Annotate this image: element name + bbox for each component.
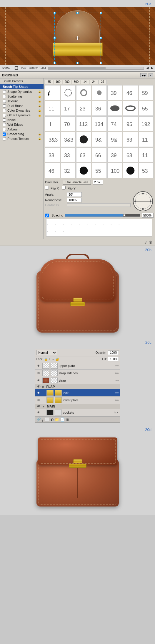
handle-tr[interactable] (100, 12, 102, 14)
link-icon-upper-plate[interactable]: ∞∞ (115, 364, 119, 367)
spacing-checkbox[interactable] (45, 214, 49, 217)
spacing-value-input[interactable] (142, 213, 154, 218)
new-layer-icon[interactable]: ↙ (144, 240, 148, 245)
fill-input[interactable] (108, 357, 119, 361)
size-btn-100[interactable]: 100 (54, 80, 62, 84)
adjustment-icon[interactable]: ◐ (51, 417, 54, 422)
flip-y-label[interactable]: Flip Y (62, 186, 76, 190)
handle-bl[interactable] (54, 62, 56, 64)
eye-icon-lower-plate[interactable]: 👁 (36, 398, 41, 402)
brush-cell-2[interactable] (61, 85, 76, 100)
layer-row-pockets[interactable]: 👁 I pockets fx ▾ (35, 409, 120, 416)
compass-circle[interactable] (133, 191, 153, 211)
brush-cell-9[interactable]: 17 (61, 101, 76, 116)
option-protect-texture[interactable]: Protect Texture 🔒 (0, 136, 44, 141)
handle-br[interactable] (100, 62, 102, 64)
brush-cell-42[interactable]: 53 (139, 163, 154, 178)
link-layers-icon[interactable]: 🔗 (36, 417, 41, 422)
brush-cell-17[interactable]: 112 (76, 116, 91, 131)
layer-row-lock[interactable]: 👁 lock ∞∞ (35, 389, 120, 397)
add-mask-icon[interactable]: ⬜ (45, 417, 49, 422)
brush-cell-36[interactable]: 46 (45, 163, 60, 178)
brush-cell-21[interactable]: 192 (139, 116, 154, 131)
link-icon-lock[interactable]: ∞∞ (115, 391, 119, 394)
layer-style-icon[interactable]: ƒ (42, 417, 44, 422)
brush-cell-32[interactable]: 66 (92, 147, 107, 162)
eye-icon-flap[interactable]: 👁 (36, 385, 41, 388)
brush-cell-40[interactable]: 100 (107, 163, 122, 178)
folder-icon[interactable]: 📁 (55, 417, 59, 422)
layer-row-upper-plate[interactable]: 👁 upper plate ∞∞ (35, 362, 120, 370)
brush-cell-8[interactable]: 11 (45, 101, 60, 116)
size-btn-27[interactable]: 27 (99, 80, 107, 84)
size-btn-24[interactable]: 24 (90, 80, 98, 84)
brush-cell-35[interactable]: 11 (139, 147, 154, 162)
panel-close-btn[interactable]: × (149, 73, 153, 77)
spacing-track[interactable] (65, 214, 140, 217)
trash-icon[interactable]: 🗑 (149, 240, 153, 245)
checkbox-texture[interactable] (3, 100, 6, 103)
eye-icon-lock[interactable]: 👁 (36, 391, 41, 395)
brush-cell-13[interactable] (123, 101, 138, 116)
brush-cell-3[interactable] (76, 85, 91, 100)
flip-x-label[interactable]: Flip X (45, 186, 59, 190)
size-btn-14[interactable]: 14 (81, 80, 89, 84)
brush-cell-28[interactable]: 11 (139, 132, 154, 147)
brush-cell-34[interactable]: 63 (123, 147, 138, 162)
checkbox-noise[interactable] (3, 118, 6, 122)
link-icon-lower-plate[interactable]: ∞∞ (115, 399, 119, 402)
panel-menu-btn[interactable]: ▶▶ (140, 73, 147, 77)
brush-cell-31[interactable]: 63 (76, 147, 91, 162)
layer-row-lower-plate[interactable]: 👁 lower plate ∞∞ (35, 397, 120, 404)
lock-icon-4[interactable]: 🔐 (56, 358, 59, 361)
brush-cell-38[interactable] (76, 163, 91, 178)
brush-cell-6[interactable]: 46 (123, 85, 138, 100)
brush-cell-39[interactable]: 55 (92, 163, 107, 178)
option-shape-dynamics[interactable]: Shape Dynamics 🔒 (0, 89, 44, 94)
brush-cell-23[interactable]: 3&3 (61, 132, 76, 147)
layer-row-main[interactable]: 👁 ▼ MAIN (35, 404, 120, 409)
checkbox-scattering[interactable] (3, 95, 6, 98)
handle-bm[interactable] (76, 62, 79, 64)
layer-row-strap[interactable]: 👁 strap ∞∞ (35, 377, 120, 384)
handle-ml[interactable] (54, 37, 56, 39)
size-btn-300[interactable]: 300 (72, 80, 80, 84)
brush-cell-24[interactable] (76, 132, 91, 147)
eye-icon-strap[interactable]: 👁 (36, 379, 41, 382)
option-smoothing[interactable]: Smoothing 🔒 (0, 132, 44, 136)
brush-cell-16[interactable]: 70 (61, 116, 76, 131)
lock-icon-1[interactable]: 🔒 (44, 358, 48, 361)
opacity-input[interactable] (108, 350, 119, 355)
eye-icon-main[interactable]: 👁 (36, 405, 41, 408)
brush-cell-27[interactable]: 63 (123, 132, 138, 147)
checkbox-smoothing[interactable] (3, 133, 6, 136)
spacing-thumb[interactable] (123, 214, 126, 217)
brush-cell-4[interactable] (92, 85, 107, 100)
option-scattering[interactable]: Scattering 🔒 (0, 94, 44, 99)
option-other-dynamics[interactable]: Other Dynamics 🔒 (0, 113, 44, 118)
checkbox-shape-dynamics[interactable] (3, 90, 6, 93)
scroll-arrow-left[interactable]: ◀ (146, 66, 149, 70)
hardness-track[interactable] (67, 203, 131, 207)
brush-cell-7[interactable]: 59 (139, 85, 154, 100)
option-wet-edges[interactable]: Wet Edges (0, 122, 44, 127)
option-color-dynamics[interactable]: Color Dynamics 🔒 (0, 108, 44, 113)
handle-tm[interactable] (76, 12, 79, 14)
lock-icon-3[interactable]: ↔ (52, 358, 55, 361)
brush-tip-shape-label[interactable]: Brush Tip Shape (0, 84, 44, 89)
checkbox-other-dynamics[interactable] (3, 114, 6, 117)
brush-cell-19[interactable]: 74 (107, 116, 122, 131)
checkbox-airbrush[interactable] (3, 128, 6, 131)
layers-mode-select[interactable]: Normal (36, 350, 57, 355)
brush-cell-11[interactable]: 36 (92, 101, 107, 116)
brush-cell-18[interactable]: 134 (92, 116, 107, 131)
sample-size-button[interactable]: Use Sample Size (63, 180, 91, 185)
brush-cell-29[interactable]: 33 (45, 147, 60, 162)
roundness-input[interactable] (67, 198, 82, 202)
brush-cell-15[interactable]: + (45, 116, 60, 131)
delete-layer-icon[interactable]: 🗑 (66, 417, 69, 422)
scroll-arrow-right[interactable]: ▶ (151, 66, 153, 70)
checkbox-color-dynamics[interactable] (3, 109, 6, 112)
handle-tl[interactable] (54, 12, 56, 14)
brush-cell-12[interactable] (107, 101, 122, 116)
